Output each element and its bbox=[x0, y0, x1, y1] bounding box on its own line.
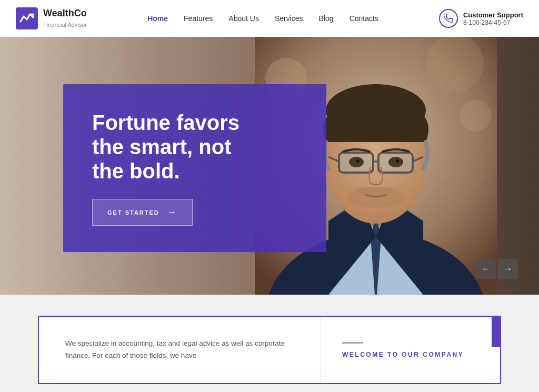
main-nav: Home Features About Us Services Blog Con… bbox=[141, 11, 385, 26]
company-body-text: We specialize in accounting, tax and leg… bbox=[65, 338, 294, 362]
card-welcome-area: WELCOME TO OUR COMPANY bbox=[321, 317, 500, 383]
nav-about[interactable]: About Us bbox=[222, 11, 265, 26]
below-hero-section: We specialize in accounting, tax and leg… bbox=[0, 295, 539, 392]
nav-contacts[interactable]: Contacts bbox=[343, 11, 385, 26]
cta-label: GET STARTED bbox=[107, 209, 159, 216]
slider-next-button[interactable]: → bbox=[498, 259, 518, 279]
nav-home[interactable]: Home bbox=[141, 11, 174, 26]
cta-arrow-icon: → bbox=[167, 207, 177, 218]
svg-point-2 bbox=[426, 37, 484, 92]
svg-point-21 bbox=[347, 187, 405, 208]
slider-nav: ← → bbox=[476, 259, 518, 279]
svg-point-17 bbox=[349, 157, 364, 167]
nav-features[interactable]: Features bbox=[177, 11, 219, 26]
nav-blog[interactable]: Blog bbox=[313, 11, 340, 26]
site-header: WealthCo Financial Advisor Home Features… bbox=[0, 0, 539, 37]
welcome-divider bbox=[342, 342, 363, 344]
hero-section: Fortune favorsthe smart, notthe bold. GE… bbox=[0, 37, 539, 295]
support-phone: 8-100-234-45-67 bbox=[463, 19, 523, 26]
nav-services[interactable]: Services bbox=[268, 11, 310, 26]
get-started-button[interactable]: GET STARTED → bbox=[92, 199, 193, 226]
support-text: Customer Support 8-100-234-45-67 bbox=[463, 11, 523, 26]
svg-point-19 bbox=[356, 159, 360, 163]
logo-subtitle: Financial Advisor bbox=[43, 22, 87, 28]
logo-area: WealthCo Financial Advisor bbox=[16, 7, 87, 29]
hero-overlay-box: Fortune favorsthe smart, notthe bold. GE… bbox=[63, 84, 326, 252]
support-label: Customer Support bbox=[463, 11, 523, 19]
hero-headline: Fortune favorsthe smart, notthe bold. bbox=[92, 110, 297, 183]
slider-prev-button[interactable]: ← bbox=[476, 259, 496, 279]
welcome-label: WELCOME TO OUR COMPANY bbox=[342, 351, 479, 358]
logo-text: WealthCo Financial Advisor bbox=[43, 8, 87, 29]
company-intro-card: We specialize in accounting, tax and leg… bbox=[38, 316, 501, 384]
phone-icon bbox=[439, 9, 458, 28]
svg-point-18 bbox=[388, 157, 403, 167]
svg-point-3 bbox=[460, 100, 492, 132]
logo-icon bbox=[16, 7, 38, 29]
logo-name: WealthCo bbox=[43, 8, 87, 19]
support-area: Customer Support 8-100-234-45-67 bbox=[439, 9, 523, 28]
svg-point-20 bbox=[396, 159, 399, 163]
card-body-text-area: We specialize in accounting, tax and leg… bbox=[39, 317, 321, 383]
